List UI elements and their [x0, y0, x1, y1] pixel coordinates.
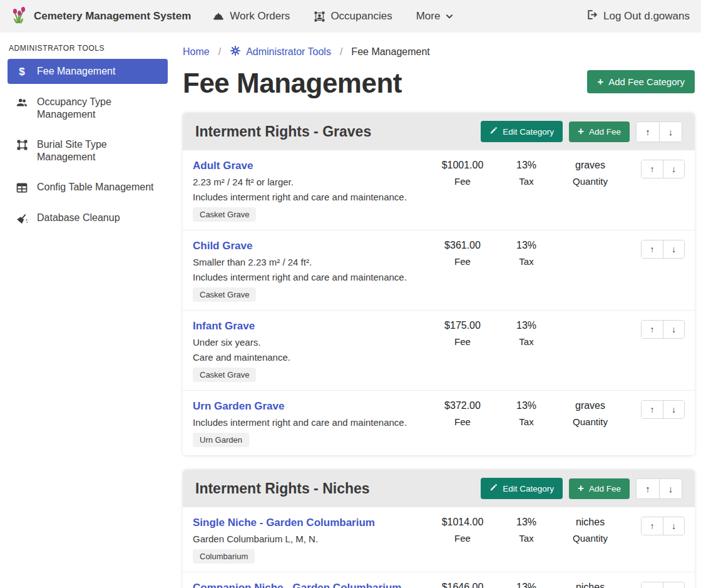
breadcrumb: Home / Administrator Tools / Fee Managem…: [183, 45, 695, 59]
fee-name-link[interactable]: Infant Grave: [193, 320, 255, 333]
fee-tag: Casket Grave: [193, 207, 256, 222]
move-category-down-button[interactable]: ↓: [659, 122, 682, 142]
plus-icon: +: [597, 78, 603, 86]
breadcrumb-home-link[interactable]: Home: [183, 46, 210, 58]
fee-row: Child Grave Smaller than 2.23 m² / 24 ft…: [183, 230, 695, 311]
move-fee-up-button[interactable]: ↑: [642, 160, 663, 178]
fee-descriptions: Garden Columbarium L, M, N.: [193, 534, 426, 544]
move-fee-down-button[interactable]: ↓: [663, 321, 684, 338]
nav-item-occupancies[interactable]: Occupancies: [314, 10, 392, 23]
nav-item-label: Work Orders: [230, 10, 290, 23]
move-fee-down-button[interactable]: ↓: [663, 160, 684, 178]
category-title: Interment Rights - Niches: [195, 480, 370, 497]
logout-button[interactable]: Log Out d.gowans: [586, 9, 690, 24]
fee-tax-value: 13%: [499, 320, 553, 331]
navbar-items: Work Orders Occupancies More: [212, 10, 454, 23]
fee-row: Single Niche - Garden Columbarium Garden…: [183, 507, 695, 572]
add-fee-button[interactable]: + Add Fee: [569, 478, 630, 499]
page-title: Fee Management: [183, 68, 402, 99]
sidebar-item-label: Occupancy Type Management: [37, 96, 160, 121]
move-fee-up-button[interactable]: ↑: [642, 401, 663, 418]
move-category-down-button[interactable]: ↓: [659, 479, 682, 498]
fee-name-link[interactable]: Companion Niche - Garden Columbarium: [193, 582, 401, 588]
edit-category-button[interactable]: Edit Category: [481, 478, 563, 499]
sidebar-item-fee-management[interactable]: $ Fee Management: [8, 59, 168, 84]
sidebar-item-burial-site-type-management[interactable]: Burial Site Type Management: [8, 133, 168, 169]
fee-description: Includes interment right and care and ma…: [193, 272, 426, 282]
fee-tag: Casket Grave: [193, 287, 256, 302]
pencil-icon: [489, 126, 498, 137]
fee-quantity-column: graves Quantity: [553, 160, 627, 187]
fee-amount-value: $372.00: [426, 400, 499, 411]
sidebar-item-label: Burial Site Type Management: [37, 138, 160, 163]
fee-name-link[interactable]: Single Niche - Garden Columbarium: [193, 517, 375, 529]
top-navbar: Cemetery Management System Work Orders: [0, 0, 701, 33]
sidebar-heading: ADMINISTRATOR TOOLS: [9, 44, 166, 53]
fee-description: Under six years.: [193, 337, 426, 348]
sidebar-item-label: Database Cleanup: [37, 212, 120, 224]
fee-category-card: Interment Rights - Niches Edit Category …: [183, 470, 695, 588]
fee-quantity-label: Quantity: [553, 533, 627, 544]
fee-tags: Casket Grave: [193, 287, 426, 302]
move-fee-up-button[interactable]: ↑: [642, 517, 663, 535]
sidebar-item-label: Config Table Management: [37, 181, 154, 193]
sidebar-item-occupancy-type-management[interactable]: Occupancy Type Management: [8, 90, 168, 126]
fee-reorder-group: ↑ ↓: [641, 582, 685, 588]
sidebar-item-database-cleanup[interactable]: Database Cleanup: [8, 206, 168, 230]
sidebar-item-label: Fee Management: [37, 65, 115, 78]
category-header: Interment Rights - Graves Edit Category …: [183, 113, 695, 150]
fee-tags: Urn Garden: [193, 433, 426, 447]
breadcrumb-admin-tools-link[interactable]: Administrator Tools: [246, 46, 331, 58]
fee-quantity-column: graves Quantity: [553, 400, 627, 427]
move-fee-down-button[interactable]: ↓: [663, 240, 684, 258]
fee-quantity-label: Quantity: [553, 416, 627, 427]
move-fee-down-button[interactable]: ↓: [663, 517, 684, 535]
app-brand[interactable]: Cemetery Management System: [11, 6, 191, 28]
move-fee-up-button[interactable]: ↑: [642, 582, 663, 588]
move-fee-up-button[interactable]: ↑: [642, 240, 663, 258]
chevron-down-icon: [445, 12, 454, 21]
move-category-up-button[interactable]: ↑: [637, 479, 659, 498]
add-fee-category-button[interactable]: + Add Fee Category: [587, 70, 695, 93]
nav-item-more[interactable]: More: [416, 10, 454, 23]
move-fee-up-button[interactable]: ↑: [642, 321, 663, 338]
fee-tags: Columbarium: [193, 549, 426, 564]
sidebar: ADMINISTRATOR TOOLS $ Fee Management Occ…: [0, 33, 175, 588]
fee-reorder-group: ↑ ↓: [641, 240, 685, 259]
fee-amount-value: $1001.00: [426, 160, 499, 171]
move-category-up-button[interactable]: ↑: [637, 122, 659, 142]
add-fee-button[interactable]: + Add Fee: [569, 121, 630, 142]
add-fee-category-label: Add Fee Category: [608, 76, 685, 87]
breadcrumb-separator: /: [340, 46, 342, 58]
fee-amount-value: $361.00: [426, 240, 499, 251]
fee-amount-label: Fee: [426, 336, 499, 347]
fee-descriptions: 2.23 m² / 24 ft² or larger.Includes inte…: [193, 177, 426, 202]
add-fee-label: Add Fee: [589, 127, 621, 137]
fee-description: Care and maintenance.: [193, 352, 426, 363]
fee-amount-value: $1014.00: [426, 517, 499, 528]
sidebar-item-config-table-management[interactable]: Config Table Management: [8, 175, 168, 200]
fee-tax-column: 13% Tax: [499, 517, 553, 544]
logout-icon: [586, 9, 598, 24]
main-content: Home / Administrator Tools / Fee Managem…: [175, 33, 701, 588]
dollar-icon: $: [15, 65, 29, 78]
move-fee-down-button[interactable]: ↓: [663, 401, 684, 418]
nav-item-work-orders[interactable]: Work Orders: [212, 10, 290, 23]
edit-category-label: Edit Category: [503, 127, 554, 137]
fee-name-link[interactable]: Child Grave: [193, 240, 252, 252]
fee-amount-label: Fee: [426, 533, 499, 544]
logout-label: Log Out d.gowans: [603, 10, 690, 23]
fee-quantity-value: niches: [553, 582, 627, 588]
fee-tax-column: 13% Tax: [499, 160, 553, 187]
fee-quantity-value: graves: [553, 400, 627, 411]
breadcrumb-separator: /: [218, 46, 221, 58]
fee-name-link[interactable]: Adult Grave: [193, 160, 253, 172]
fee-amount-column: $1001.00 Fee: [426, 160, 499, 187]
fee-tag: Casket Grave: [193, 368, 256, 382]
fee-name-link[interactable]: Urn Garden Grave: [193, 400, 284, 413]
fee-tax-column: 13% Tax: [499, 582, 553, 588]
edit-category-button[interactable]: Edit Category: [481, 121, 563, 142]
fee-description: Includes interment right and care and ma…: [193, 192, 426, 202]
move-fee-down-button[interactable]: ↓: [663, 582, 684, 588]
fee-quantity-label: Quantity: [553, 176, 627, 187]
